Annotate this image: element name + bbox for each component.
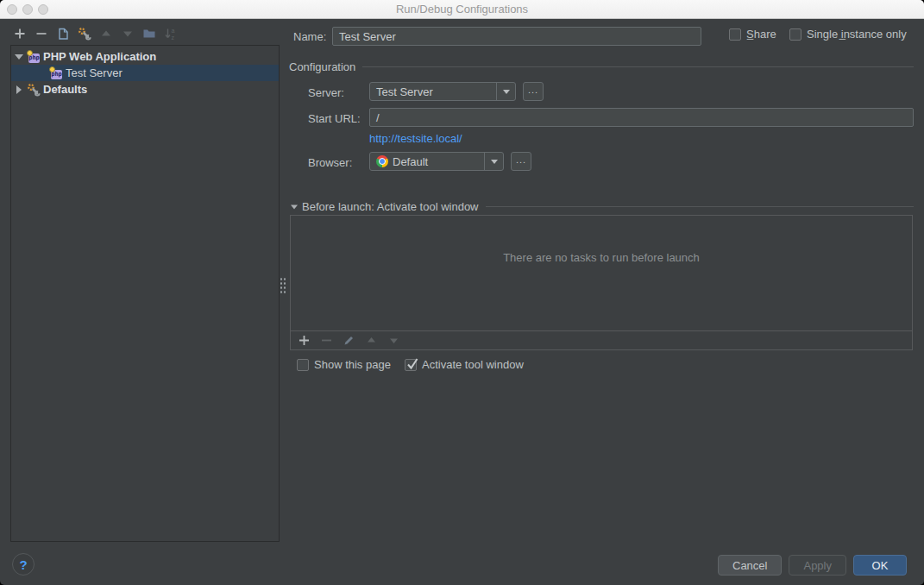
name-input[interactable]: Test Server [332,27,701,46]
move-task-up-button[interactable] [365,335,377,347]
apply-button[interactable]: Apply [789,555,846,576]
tree-item-test-server[interactable]: php Test Server [11,65,279,81]
browser-browse-button[interactable]: ... [511,152,531,171]
show-this-page-label: Show this page [314,358,391,371]
add-icon [299,335,310,346]
browser-combobox-arrow[interactable] [484,153,503,170]
server-combobox[interactable]: Test Server [369,82,516,101]
activate-tool-window-checkbox[interactable] [405,359,417,371]
traffic-lights [7,4,48,15]
add-button[interactable] [13,27,27,41]
edit-icon [343,335,355,346]
move-up-icon [100,28,112,40]
dialog-buttons: Cancel Apply OK [718,555,907,576]
tree-item-defaults[interactable]: Defaults [11,81,279,98]
run-debug-configurations-dialog: Run/Debug Configurations az [0,0,924,585]
remove-icon [35,28,47,40]
move-down-icon [388,335,399,346]
server-label: Server: [308,86,344,99]
tree-item-label: Test Server [66,66,123,79]
preview-url-link[interactable]: http://testsite.local/ [369,132,462,145]
show-this-page-checkbox-group[interactable]: Show this page [297,358,391,371]
remove-icon [321,335,332,346]
help-button[interactable]: ? [12,553,35,576]
single-instance-checkbox-group[interactable]: Single i̲nstance only [789,28,907,41]
empty-task-list-message: There are no tasks to run before launch [291,251,912,264]
server-combobox-arrow[interactable] [496,83,515,100]
edit-task-button[interactable] [343,335,355,347]
ok-button[interactable]: OK [853,555,907,576]
svg-text:z: z [172,35,175,41]
start-url-label: Start URL: [308,112,361,125]
start-url-input[interactable]: / [369,108,914,127]
activate-tool-window-label: Activate tool window [422,358,524,371]
tree-item-label: Defaults [43,83,87,96]
tree-item-php-web-application[interactable]: php PHP Web Application [11,48,279,65]
show-this-page-checkbox[interactable] [297,359,309,371]
minimize-button[interactable] [22,4,33,15]
add-icon [14,28,26,40]
move-task-down-button[interactable] [387,335,399,347]
remove-task-button[interactable] [320,335,332,347]
chevron-down-icon[interactable] [15,53,23,61]
single-instance-label: Single i̲nstance only [807,28,907,41]
configuration-section-header: Configuration [289,60,914,73]
tree-toolbar: az [13,27,178,41]
checkmark-icon [405,357,419,371]
move-up-icon [366,335,377,346]
name-label: Name: [293,30,326,43]
chevron-down-icon [491,160,498,164]
share-checkbox-group[interactable]: S̲hare [729,28,776,41]
defaults-wrench-icon [27,83,41,97]
server-combobox-value: Test Server [370,83,496,100]
svg-text:a: a [172,28,175,34]
share-checkbox[interactable] [729,28,741,41]
activate-tool-window-checkbox-group[interactable]: Activate tool window [405,358,524,371]
sort-alphabetically-icon: az [164,27,178,41]
tree-item-label: PHP Web Application [43,50,156,63]
separator-line [362,66,914,67]
move-down-icon [122,28,134,40]
question-mark-icon: ? [19,557,27,572]
php-web-application-icon: php [27,50,41,64]
copy-icon [56,27,70,41]
single-instance-checkbox[interactable] [789,28,801,41]
chevron-down-icon [503,90,510,94]
browser-combobox[interactable]: Default [369,152,504,171]
move-up-button[interactable] [99,27,113,41]
panel-splitter-handle[interactable] [280,277,287,293]
copy-button[interactable] [56,27,70,41]
zoom-button[interactable] [38,4,48,15]
move-down-button[interactable] [121,27,135,41]
configurations-tree: php PHP Web Application php Test Server … [10,45,280,542]
share-label: S̲hare [746,28,776,41]
new-folder-button[interactable] [142,27,156,41]
browser-combobox-value: Default [393,155,428,168]
sort-alphabetically-button[interactable]: az [164,27,178,41]
remove-button[interactable] [35,27,48,41]
chrome-icon [376,155,388,167]
chevron-down-icon [291,204,298,211]
server-browse-button[interactable]: ... [523,82,544,101]
php-web-application-icon: php [49,66,63,80]
new-folder-icon [142,27,156,41]
task-list-toolbar [291,330,912,349]
separator-line [486,206,914,207]
before-launch-header[interactable]: Before launch: Activate tool window [290,200,914,213]
cancel-button[interactable]: Cancel [718,555,782,576]
edit-defaults-button[interactable] [78,27,91,41]
before-launch-title: Before launch: Activate tool window [302,200,479,213]
before-launch-task-list: There are no tasks to run before launch [290,215,913,350]
close-button[interactable] [7,4,17,15]
edit-defaults-icon [78,27,91,41]
chevron-right-icon[interactable] [15,85,23,94]
window-title: Run/Debug Configurations [0,0,924,18]
add-task-button[interactable] [298,335,310,347]
titlebar: Run/Debug Configurations [0,0,924,19]
browser-label: Browser: [308,156,352,169]
configuration-title: Configuration [289,60,355,73]
